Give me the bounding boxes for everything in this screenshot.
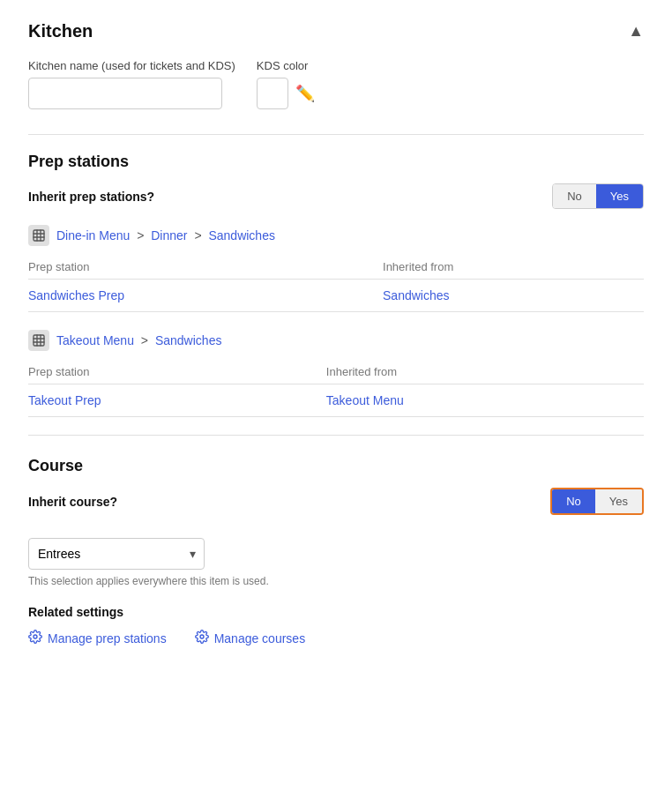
sandwiches-name-2[interactable]: Sandwiches (155, 333, 222, 347)
kitchen-name-label: Kitchen name (used for tickets and KDS) (28, 59, 235, 72)
svg-point-11 (200, 635, 204, 638)
svg-rect-5 (34, 335, 44, 346)
kds-color-group: KDS color ✏️ (257, 59, 315, 109)
kds-color-box[interactable] (257, 78, 288, 109)
manage-prep-stations-gear-icon (28, 630, 42, 647)
course-section: Course Inherit course? No Yes Entrees Ap… (28, 457, 644, 587)
dine-in-menu-section: Dine-in Menu > Dinner > Sandwiches Prep … (28, 225, 644, 312)
takeout-menu-label: Takeout Menu > Sandwiches (28, 330, 644, 351)
svg-point-10 (34, 635, 37, 638)
course-select[interactable]: Entrees Appetizers Desserts Drinks (28, 538, 205, 570)
inherit-prep-stations-yes-button[interactable]: Yes (596, 184, 643, 208)
inherit-course-toggle: No Yes (550, 488, 644, 515)
selection-note: This selection applies everywhere this i… (28, 575, 644, 587)
dine-in-prep-table: Prep station Inherited from Sandwiches P… (28, 255, 644, 312)
inherit-prep-stations-no-button[interactable]: No (553, 184, 596, 208)
divider-1 (28, 134, 644, 135)
kds-color-label: KDS color (257, 59, 315, 72)
course-select-wrapper: Entrees Appetizers Desserts Drinks ▾ (28, 538, 205, 570)
divider-2 (28, 435, 644, 436)
inherited-from-col-1: Inherited from (383, 255, 644, 280)
dine-in-menu-label: Dine-in Menu > Dinner > Sandwiches (28, 225, 644, 246)
dine-in-menu-icon (28, 225, 49, 246)
kitchen-name-group: Kitchen name (used for tickets and KDS) (28, 59, 235, 109)
inherit-course-row: Inherit course? No Yes (28, 488, 644, 515)
manage-courses-gear-icon (195, 630, 209, 647)
takeout-menu-section: Takeout Menu > Sandwiches Prep station I… (28, 330, 644, 417)
kds-color-field: ✏️ (257, 78, 315, 109)
prep-stations-section: Prep stations Inherit prep stations? No … (28, 153, 644, 417)
svg-rect-0 (34, 230, 44, 241)
related-settings-section: Related settings Manage prep stations (28, 605, 644, 647)
sandwiches-name-1[interactable]: Sandwiches (208, 228, 275, 243)
manage-prep-stations-link[interactable]: Manage prep stations (28, 630, 167, 647)
sandwiches-inherited-link[interactable]: Sandwiches (383, 280, 644, 312)
kitchen-title: Kitchen (28, 21, 93, 41)
dine-in-menu-name[interactable]: Dine-in Menu (56, 228, 130, 243)
kitchen-name-input[interactable] (28, 78, 222, 109)
related-links-row: Manage prep stations Manage courses (28, 630, 644, 647)
kitchen-section-header: Kitchen ▲ (28, 21, 644, 41)
manage-courses-label: Manage courses (214, 631, 306, 645)
takeout-menu-icon (28, 330, 49, 351)
inherit-course-no-button[interactable]: No (552, 489, 595, 513)
related-settings-title: Related settings (28, 605, 644, 619)
dinner-name[interactable]: Dinner (151, 228, 187, 243)
dine-in-menu-path: Dine-in Menu > Dinner > Sandwiches (56, 228, 275, 243)
prep-station-col-2: Prep station (28, 360, 326, 384)
inherit-prep-stations-toggle: No Yes (552, 183, 644, 209)
inherit-prep-stations-label: Inherit prep stations? (28, 190, 154, 204)
sandwiches-prep-link[interactable]: Sandwiches Prep (28, 280, 383, 312)
inherit-course-label: Inherit course? (28, 495, 117, 509)
inherited-from-col-2: Inherited from (326, 360, 644, 384)
inherit-prep-stations-row: Inherit prep stations? No Yes (28, 183, 644, 209)
course-title: Course (28, 457, 644, 475)
chevron-up-icon: ▲ (628, 22, 644, 40)
collapse-button[interactable]: ▲ (628, 22, 644, 41)
kitchen-fields-row: Kitchen name (used for tickets and KDS) … (28, 59, 644, 109)
table-row: Takeout Prep Takeout Menu (28, 384, 644, 417)
takeout-prep-link[interactable]: Takeout Prep (28, 384, 326, 417)
takeout-menu-inherited-link[interactable]: Takeout Menu (326, 384, 644, 417)
takeout-menu-path: Takeout Menu > Sandwiches (56, 333, 221, 347)
takeout-menu-name[interactable]: Takeout Menu (56, 333, 134, 347)
table-row: Sandwiches Prep Sandwiches (28, 280, 644, 312)
prep-stations-title: Prep stations (28, 153, 644, 171)
manage-prep-stations-label: Manage prep stations (48, 631, 167, 645)
color-picker-icon[interactable]: ✏️ (295, 84, 315, 103)
takeout-prep-table: Prep station Inherited from Takeout Prep… (28, 360, 644, 417)
prep-station-col-1: Prep station (28, 255, 383, 280)
inherit-course-yes-button[interactable]: Yes (595, 489, 642, 513)
manage-courses-link[interactable]: Manage courses (195, 630, 306, 647)
